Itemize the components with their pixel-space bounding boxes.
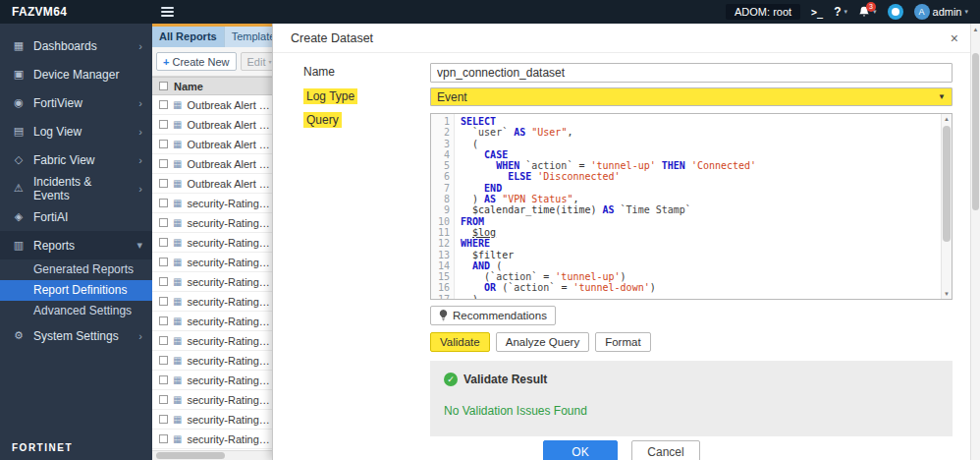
horizontal-scrollbar[interactable] — [152, 450, 272, 460]
support-icon[interactable] — [888, 4, 903, 20]
report-list-item[interactable]: ▦ security-Rating-N... — [152, 351, 272, 371]
sidebar-item-dashboards[interactable]: ▦ Dashboards › — [0, 31, 152, 60]
sidebar-item-label: Fabric View — [33, 153, 94, 167]
close-icon[interactable]: × — [951, 24, 958, 53]
row-checkbox[interactable] — [159, 218, 168, 227]
row-checkbox[interactable] — [159, 316, 168, 325]
create-new-label: Create New — [172, 56, 229, 68]
report-icon: ▦ — [173, 296, 182, 307]
cancel-button[interactable]: Cancel — [631, 440, 700, 460]
dataset-name-input[interactable] — [430, 63, 953, 83]
scrollbar-thumb[interactable] — [972, 53, 979, 210]
log-type-select[interactable]: Event ▼ — [430, 87, 953, 106]
row-checkbox[interactable] — [159, 434, 168, 443]
tab-all-reports[interactable]: All Reports — [152, 27, 225, 47]
row-checkbox[interactable] — [159, 297, 168, 306]
report-list-item[interactable]: ▦ Outbreak Alert - ... — [152, 95, 272, 115]
scrollbar-thumb[interactable] — [156, 452, 225, 459]
editor-scrollbar[interactable]: ▲ ▼ — [941, 114, 952, 299]
hamburger-menu-icon[interactable] — [161, 4, 177, 20]
sidebar-item-fortiview[interactable]: ◉ FortiView › — [0, 88, 152, 117]
scrollbar-thumb[interactable] — [943, 126, 951, 242]
user-menu[interactable]: A admin ▾ — [914, 4, 968, 20]
analyze-query-button[interactable]: Analyze Query — [496, 332, 589, 352]
report-icon: ▦ — [173, 217, 182, 228]
report-list-item[interactable]: ▦ security-Rating-N... — [152, 213, 272, 233]
reports-list-panel: All Reports Templates + Create New Edit … — [152, 24, 272, 460]
name-column-header[interactable]: Name — [174, 81, 203, 92]
cli-console-icon[interactable]: >_ — [811, 7, 823, 18]
report-list-item[interactable]: ▦ security-Rating-N... — [152, 272, 272, 292]
sidebar-item-fabric-view[interactable]: ◇ Fabric View › — [0, 145, 152, 174]
sidebar-item-advanced-settings[interactable]: Advanced Settings — [0, 301, 152, 321]
sidebar-item-generated-reports[interactable]: Generated Reports — [0, 259, 152, 280]
report-list-item[interactable]: ▦ security-Rating-N... — [152, 194, 272, 213]
incidents-events-icon: ⚠ — [12, 182, 26, 195]
row-checkbox[interactable] — [159, 179, 168, 188]
sidebar-item-log-view[interactable]: ▤ Log View › — [0, 117, 152, 145]
report-name: security-Rating-N... — [187, 257, 272, 268]
row-checkbox[interactable] — [159, 395, 168, 404]
report-list-item[interactable]: ▦ security-Rating-N... — [152, 312, 272, 331]
row-checkbox[interactable] — [159, 336, 168, 345]
scroll-up-icon[interactable]: ▲ — [971, 24, 980, 32]
report-list-item[interactable]: ▦ security-Rating-N... — [152, 253, 272, 272]
query-row: Query 1234567891011121314151617 SELECT `… — [303, 111, 953, 436]
select-all-checkbox[interactable] — [159, 82, 168, 90]
row-checkbox[interactable] — [159, 356, 168, 365]
report-list-item[interactable]: ▦ security-Rating-N... — [152, 331, 272, 351]
report-name: security-Rating-N... — [187, 316, 272, 327]
recommendations-button[interactable]: Recommendations — [430, 306, 556, 325]
report-list-item[interactable]: ▦ Outbreak Alert - ... — [152, 154, 272, 174]
edit-button[interactable]: Edit ▾ — [241, 52, 272, 71]
row-checkbox[interactable] — [159, 277, 168, 286]
report-icon: ▦ — [173, 139, 182, 149]
reports-icon: ▥ — [12, 239, 26, 252]
edit-label: Edit — [247, 56, 266, 68]
ok-button[interactable]: OK — [543, 440, 618, 460]
report-list-item[interactable]: ▦ Outbreak Alert - ... — [152, 115, 272, 135]
row-checkbox[interactable] — [159, 120, 168, 129]
query-editor[interactable]: 1234567891011121314151617 SELECT `user` … — [430, 113, 953, 300]
report-list-item[interactable]: ▦ security-Rating-N... — [152, 371, 272, 390]
row-checkbox[interactable] — [159, 100, 168, 109]
validate-button[interactable]: Validate — [430, 332, 490, 352]
report-name: Outbreak Alert - ... — [187, 158, 272, 170]
sidebar-item-fortiai[interactable]: ◈ FortiAI — [0, 202, 152, 231]
row-checkbox[interactable] — [159, 258, 168, 266]
dialog-footer: OK Cancel — [273, 440, 970, 460]
sidebar-item-reports[interactable]: ▥ Reports ▾ — [0, 231, 152, 259]
create-new-button[interactable]: + Create New — [156, 52, 237, 71]
sidebar-item-system-settings[interactable]: ⚙ System Settings › — [0, 321, 152, 350]
row-checkbox[interactable] — [159, 415, 168, 424]
report-list-item[interactable]: ▦ security-Rating-N... — [152, 233, 272, 253]
query-code[interactable]: SELECT `user` AS "User", ( CASE WHEN `ac… — [455, 114, 941, 299]
check-glyph: ✓ — [447, 374, 455, 384]
help-menu[interactable]: ? ▾ — [834, 5, 847, 19]
row-checkbox[interactable] — [159, 375, 168, 384]
report-name: security-Rating-N... — [187, 394, 272, 406]
report-icon: ▦ — [173, 237, 182, 248]
report-list-item[interactable]: ▦ Outbreak Alert - ... — [152, 135, 272, 154]
row-checkbox[interactable] — [159, 159, 168, 168]
fortiview-icon: ◉ — [12, 96, 26, 109]
format-button[interactable]: Format — [595, 332, 650, 352]
page-scrollbar[interactable]: ▲ — [970, 24, 980, 460]
sidebar-item-device-manager[interactable]: ▣ Device Manager — [0, 60, 152, 88]
report-list-item[interactable]: ▦ Outbreak Alert - ... — [152, 174, 272, 194]
tab-templates[interactable]: Templates — [225, 27, 272, 47]
report-list-item[interactable]: ▦ security-Rating-N... — [152, 430, 272, 449]
row-checkbox[interactable] — [159, 140, 168, 148]
notifications-menu[interactable]: 3 ▾ — [858, 6, 877, 18]
report-list-item[interactable]: ▦ security-Rating-N... — [152, 292, 272, 312]
row-checkbox[interactable] — [159, 238, 168, 247]
report-list-item[interactable]: ▦ security-Rating-N... — [152, 390, 272, 410]
scroll-up-icon[interactable]: ▲ — [942, 114, 952, 124]
adom-selector[interactable]: ADOM: root — [726, 4, 800, 20]
report-icon: ▦ — [173, 158, 182, 169]
scroll-down-icon[interactable]: ▼ — [942, 289, 952, 299]
sidebar-item-incidents-events[interactable]: ⚠ Incidents & Events › — [0, 174, 152, 202]
sidebar-item-report-definitions[interactable]: Report Definitions — [0, 280, 152, 301]
report-list-item[interactable]: ▦ security-Rating-N... — [152, 410, 272, 430]
row-checkbox[interactable] — [159, 199, 168, 207]
